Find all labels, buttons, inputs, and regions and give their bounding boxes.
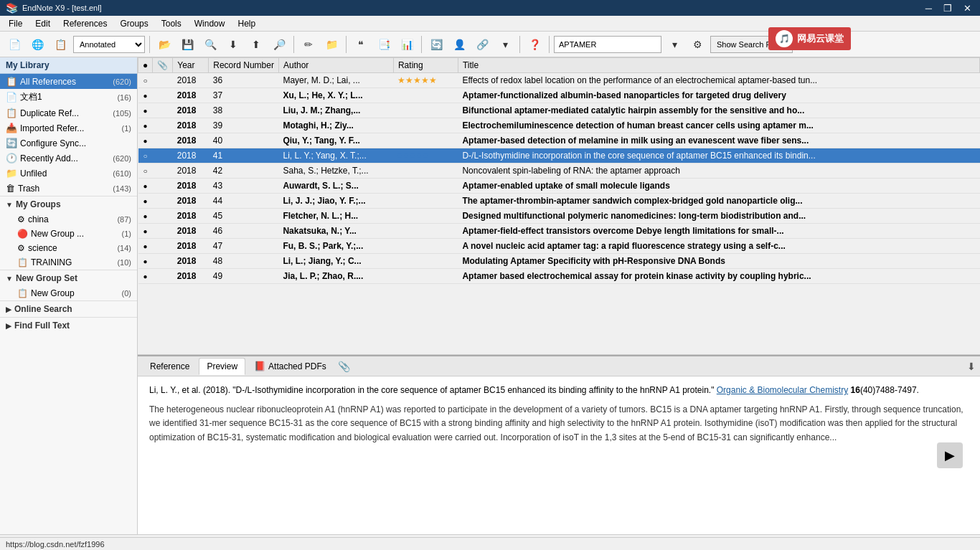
row-attach (153, 118, 173, 133)
trash-count: (143) (113, 184, 131, 193)
unfiled-count: (610) (113, 169, 131, 178)
bottom-url-text: https://blog.csdn.net/fzf1996 (6, 540, 105, 549)
search-options-btn[interactable]: ⚙ (687, 34, 707, 54)
table-row[interactable]: ○201842Saha, S.; Hetzke, T.;...Noncovale… (138, 163, 980, 179)
tab-preview[interactable]: Preview (199, 358, 245, 375)
toolbar-save-btn[interactable]: 💾 (177, 34, 197, 54)
menu-references[interactable]: References (57, 17, 113, 30)
col-header-dot[interactable]: ● (138, 58, 153, 73)
training-icon: 📋 (17, 257, 28, 267)
style-dropdown[interactable]: Annotated (73, 36, 145, 53)
configure-sync-label: Configure Sync... (20, 138, 128, 148)
my-groups-label: My Groups (16, 199, 61, 209)
row-attach (153, 254, 173, 269)
sidebar-item-training[interactable]: 📋 TRAINING (10) (0, 255, 137, 270)
row-attach (153, 73, 173, 88)
col-header-attach[interactable]: 📎 (153, 58, 173, 73)
menu-tools[interactable]: Tools (156, 17, 187, 30)
menu-edit[interactable]: Edit (29, 17, 56, 30)
tab-attached-pdfs[interactable]: 📕 Attached PDFs (247, 358, 334, 374)
table-row[interactable]: ●201838Liu, J. M.; Zhang,...Bifunctional… (138, 103, 980, 118)
tab-reference[interactable]: Reference (142, 358, 197, 375)
close-btn[interactable]: ✕ (961, 3, 974, 14)
title-bar-controls: ─ ❒ ✕ (923, 3, 974, 14)
table-row[interactable]: ●201840Qiu, Y.; Tang, Y. F...Aptamer-bas… (138, 133, 980, 148)
sidebar-item-wendang1[interactable]: 📄 文档1 (16) (0, 89, 137, 105)
toolbar-share-btn[interactable]: 🔗 (472, 34, 492, 54)
resize-btn[interactable]: ❒ (941, 3, 955, 14)
sidebar-item-china[interactable]: ⚙ china (87) (0, 212, 137, 227)
menu-groups[interactable]: Groups (114, 17, 154, 30)
table-row[interactable]: ●201843Auwardt, S. L.; S...Aptamer-enabl… (138, 179, 980, 194)
find-full-text-header[interactable]: ▶ Find Full Text (0, 317, 137, 333)
row-year: 2018 (173, 163, 209, 179)
table-row[interactable]: ●201845Fletcher, N. L.; H...Designed mul… (138, 209, 980, 224)
reference-table-container: ● 📎 Year Record Number Author Rating Tit… (138, 57, 980, 355)
menu-window[interactable]: Window (189, 17, 231, 30)
sidebar-item-imported-refer[interactable]: 📥 Imported Refer... (1) (0, 120, 137, 136)
sidebar-item-new-group-set[interactable]: 📋 New Group (0) (0, 286, 137, 300)
toolbar-user-btn[interactable]: 👤 (449, 34, 469, 54)
imported-refer-label: Imported Refer... (20, 123, 119, 133)
col-header-year[interactable]: Year (173, 58, 209, 73)
recently-added-icon: 🕐 (6, 153, 17, 163)
table-row[interactable]: ●201844Li, J. J.; Jiao, Y. F.;...The apt… (138, 194, 980, 209)
table-row[interactable]: ○201841Li, L. Y.; Yang, X. T.;...D-/L-Is… (138, 148, 980, 163)
col-header-record-number[interactable]: Record Number (209, 58, 279, 73)
table-row[interactable]: ●201848Li, L.; Jiang, Y.; C...Modulating… (138, 254, 980, 269)
search-dropdown-btn[interactable]: ▾ (664, 34, 684, 54)
toolbar-edit-btn[interactable]: ✏ (298, 34, 319, 54)
table-row[interactable]: ●201847Fu, B. S.; Park, Y.;...A novel nu… (138, 239, 980, 254)
toolbar-folder-btn[interactable]: 📁 (321, 34, 341, 54)
toolbar-web-btn[interactable]: 🌐 (27, 34, 47, 54)
toolbar-up-btn[interactable]: ⬆ (246, 34, 266, 54)
sidebar-item-unfiled[interactable]: 📁 Unfiled (610) (0, 166, 137, 181)
paperclip-icon[interactable]: 📎 (338, 361, 350, 372)
col-header-title[interactable]: Title (458, 58, 979, 73)
online-search-header[interactable]: ▶ Online Search (0, 300, 137, 317)
row-title: Electrochemiluminescence detection of hu… (458, 118, 979, 133)
menu-help[interactable]: Help (232, 17, 261, 30)
new-group-set-header[interactable]: ▼ New Group Set (0, 270, 137, 286)
sidebar-item-recently-added[interactable]: 🕐 Recently Add... (620) (0, 151, 137, 166)
menu-file[interactable]: File (3, 17, 28, 30)
toolbar-refresh-btn[interactable]: 🔄 (426, 34, 446, 54)
toolbar-cite-btn[interactable]: 📑 (374, 34, 394, 54)
col-header-rating[interactable]: Rating (393, 58, 458, 73)
toolbar-quote-btn[interactable]: ❝ (351, 34, 371, 54)
citation-journal-link[interactable]: Organic & Biomolecular Chemistry (717, 385, 848, 395)
search-input[interactable] (554, 36, 661, 53)
sidebar-item-duplicate-ref[interactable]: 📋 Duplicate Ref... (105) (0, 105, 137, 120)
table-row[interactable]: ●201846Nakatsuka, N.; Y...Aptamer-field-… (138, 224, 980, 239)
col-header-author[interactable]: Author (278, 58, 393, 73)
table-row[interactable]: ●201839Motaghi, H.; Ziy...Electrochemilu… (138, 118, 980, 133)
toolbar-find-btn[interactable]: 🔍 (200, 34, 220, 54)
table-row[interactable]: ○201836Mayer, M. D.; Lai, ...★★★★★Effect… (138, 73, 980, 88)
play-button[interactable]: ▶ (937, 442, 963, 468)
collapse-preview-btn[interactable]: ⬇ (967, 361, 976, 372)
my-groups-triangle: ▼ (6, 201, 13, 209)
sidebar-item-configure-sync[interactable]: 🔄 Configure Sync... (0, 136, 137, 151)
minimize-btn[interactable]: ─ (923, 3, 935, 14)
toolbar-more-btn[interactable]: ▾ (495, 34, 515, 54)
row-record-number: 48 (209, 254, 279, 269)
toolbar-sync-btn[interactable]: 📋 (50, 34, 70, 54)
row-dot: ● (138, 118, 153, 133)
sidebar-item-trash[interactable]: 🗑 Trash (143) (0, 181, 137, 196)
toolbar-new-btn[interactable]: 📄 (4, 34, 24, 54)
row-title: Effects of redox label location on the p… (458, 73, 979, 88)
sidebar-item-all-references[interactable]: 📋 All References (620) (0, 74, 137, 89)
row-title: The aptamer-thrombin-aptamer sandwich co… (458, 194, 979, 209)
toolbar-open-btn[interactable]: 📂 (154, 34, 174, 54)
online-search-label: Online Search (14, 304, 72, 314)
toolbar-down-btn[interactable]: ⬇ (223, 34, 243, 54)
toolbar-format-btn[interactable]: 📊 (397, 34, 417, 54)
sidebar-item-new-group[interactable]: 🔴 New Group ... (1) (0, 227, 137, 241)
toolbar-help-btn[interactable]: ❓ (524, 34, 545, 54)
table-row[interactable]: ●201837Xu, L.; He, X. Y.; L...Aptamer-fu… (138, 88, 980, 103)
sidebar-item-science[interactable]: ⚙ science (14) (0, 241, 137, 255)
toolbar-search-btn[interactable]: 🔎 (269, 34, 289, 54)
table-row[interactable]: ●201849Jia, L. P.; Zhao, R....Aptamer ba… (138, 269, 980, 284)
my-groups-header[interactable]: ▼ My Groups (0, 196, 137, 212)
row-record-number: 36 (209, 73, 279, 88)
